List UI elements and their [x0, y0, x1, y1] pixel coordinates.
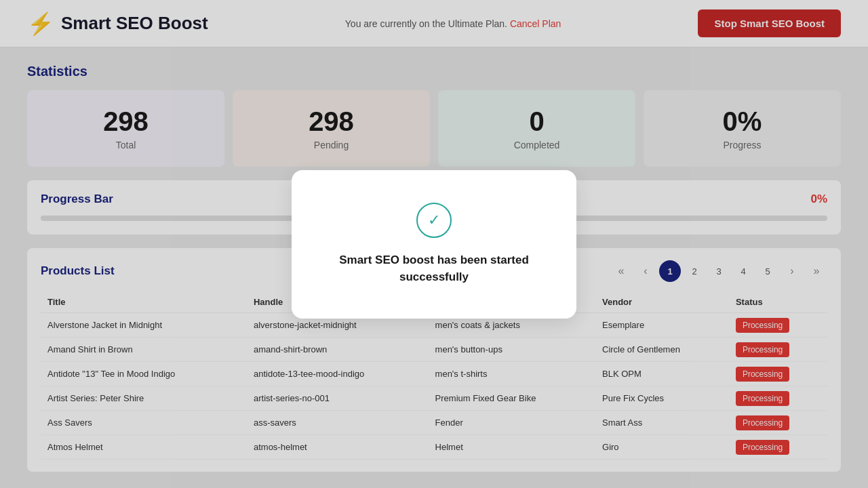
modal-message: Smart SEO boost has been started success…: [332, 251, 536, 286]
modal-overlay: ✓ Smart SEO boost has been started succe…: [0, 0, 868, 488]
success-check-icon: ✓: [416, 203, 452, 238]
success-modal: ✓ Smart SEO boost has been started succe…: [292, 170, 576, 319]
